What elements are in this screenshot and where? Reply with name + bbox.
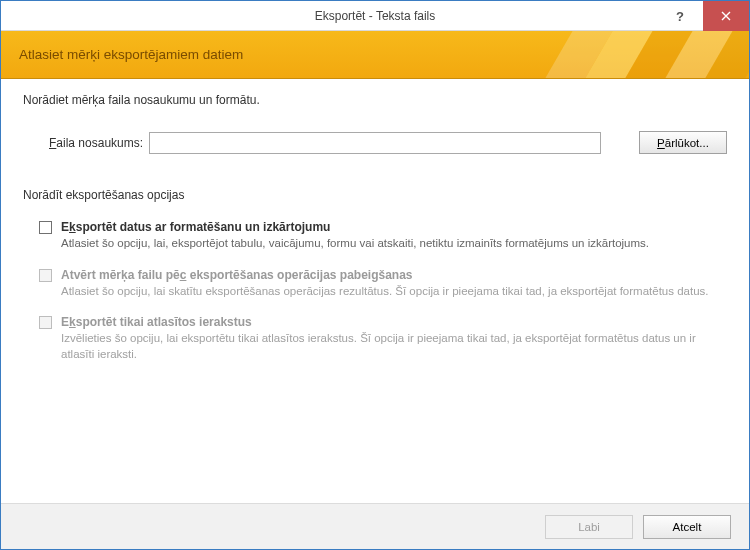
option-export-formatting-checkbox[interactable]	[39, 221, 52, 234]
dialog-footer: Labi Atcelt	[1, 503, 749, 549]
banner-title: Atlasiet mērķi eksportējamiem datiem	[19, 47, 243, 62]
banner-decoration	[489, 31, 749, 78]
option-title: Eksportēt tikai atlasītos ierakstus	[61, 315, 727, 329]
ok-button[interactable]: Labi	[545, 515, 633, 539]
filename-input[interactable]	[149, 132, 601, 154]
close-icon	[721, 11, 731, 21]
option-open-after-export: Atvērt mērķa failu pēc eksportēšanas ope…	[61, 268, 727, 300]
export-options-heading: Norādīt eksportēšanas opcijas	[23, 188, 727, 202]
option-description: Atlasiet šo opciju, lai, eksportējot tab…	[61, 236, 727, 252]
option-description: Izvēlieties šo opciju, lai eksportētu ti…	[61, 331, 727, 362]
wizard-banner: Atlasiet mērķi eksportējamiem datiem	[1, 31, 749, 79]
content-area: Norādiet mērķa faila nosaukumu un formāt…	[1, 79, 749, 388]
option-selected-records-checkbox	[39, 316, 52, 329]
export-options: Eksportēt datus ar formatēšanu un izkārt…	[23, 220, 727, 362]
option-export-formatting: Eksportēt datus ar formatēšanu un izkārt…	[61, 220, 727, 252]
option-selected-records: Eksportēt tikai atlasītos ierakstus Izvē…	[61, 315, 727, 362]
option-description: Atlasiet šo opciju, lai skatītu eksportē…	[61, 284, 727, 300]
titlebar: Eksportēt - Teksta fails ?	[1, 1, 749, 31]
browse-button[interactable]: Pārlūkot...	[639, 131, 727, 154]
filename-label: Faila nosaukums:	[49, 136, 149, 150]
close-button[interactable]	[703, 1, 749, 31]
instructions-text: Norādiet mērķa faila nosaukumu un formāt…	[23, 93, 727, 107]
window-title: Eksportēt - Teksta fails	[1, 9, 749, 23]
help-button[interactable]: ?	[657, 1, 703, 31]
cancel-button[interactable]: Atcelt	[643, 515, 731, 539]
option-open-after-export-checkbox	[39, 269, 52, 282]
option-title: Atvērt mērķa failu pēc eksportēšanas ope…	[61, 268, 727, 282]
filename-row: Faila nosaukums: Pārlūkot...	[23, 131, 727, 154]
titlebar-buttons: ?	[657, 1, 749, 31]
option-title: Eksportēt datus ar formatēšanu un izkārt…	[61, 220, 727, 234]
